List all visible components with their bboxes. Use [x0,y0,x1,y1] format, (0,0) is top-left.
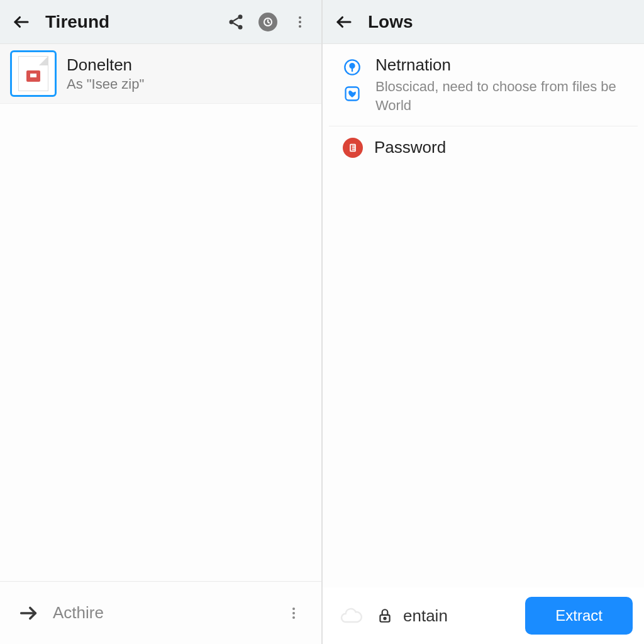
left-bottom-label: Acthire [53,603,104,623]
back-arrow-icon[interactable] [334,12,354,32]
right-topbar: Lows [323,0,644,44]
file-name: Donelten [67,55,144,75]
svg-point-10 [292,612,295,614]
svg-point-2 [230,19,234,24]
svg-point-9 [292,608,295,610]
cloud-icon [335,603,367,628]
option-text: Password [374,138,446,157]
clock-icon[interactable] [258,13,277,31]
svg-point-7 [299,25,301,28]
password-badge-icon [343,138,363,158]
extract-button[interactable]: Extract [525,597,633,635]
option-destination-sub: Bloscicad, need to choose from files be … [375,77,624,114]
right-title: Lows [368,12,413,32]
lock-icon[interactable] [377,608,393,624]
option-text: Netrnation Bloscicad, need to choose fro… [375,55,624,114]
left-topbar-actions [226,12,310,32]
file-row[interactable]: Donelten As "Isee zip" [0,44,321,104]
svg-point-3 [238,25,243,29]
right-bottombar: entain Extract [323,587,644,644]
svg-point-11 [292,616,295,619]
back-arrow-icon[interactable] [11,12,31,32]
document-icon [18,56,48,91]
heart-box-icon [343,84,362,103]
file-subtitle: As "Isee zip" [67,76,144,92]
svg-point-14 [350,64,355,68]
file-thumbnail [10,50,57,97]
arrow-right-icon[interactable] [18,602,39,624]
option-password-title: Password [374,138,446,157]
svg-point-5 [299,16,301,19]
file-text: Donelten As "Isee zip" [67,55,144,92]
option-destination-title: Netrnation [375,55,624,75]
left-title: Tireund [45,12,109,32]
svg-point-6 [299,21,301,23]
svg-point-21 [384,618,386,619]
share-icon[interactable] [226,12,246,32]
bottom-more-vert-icon[interactable] [284,603,304,623]
option-icon-stack [343,55,362,103]
option-password[interactable]: Password [329,126,638,169]
more-vert-icon[interactable] [290,12,310,32]
left-bottombar: Acthire [0,581,321,644]
svg-point-1 [238,14,243,19]
left-content: Donelten As "Isee zip" [0,44,321,581]
right-content: Netrnation Bloscicad, need to choose fro… [323,44,644,587]
right-bottom-label: entain [403,606,448,626]
left-topbar: Tireund [0,0,321,44]
left-panel: Tireund Donelten As "Isee zip" [0,0,323,644]
option-destination[interactable]: Netrnation Bloscicad, need to choose fro… [329,44,638,126]
right-panel: Lows Netrnation Bloscicad, need to choos… [323,0,644,644]
location-pin-icon [343,58,362,77]
